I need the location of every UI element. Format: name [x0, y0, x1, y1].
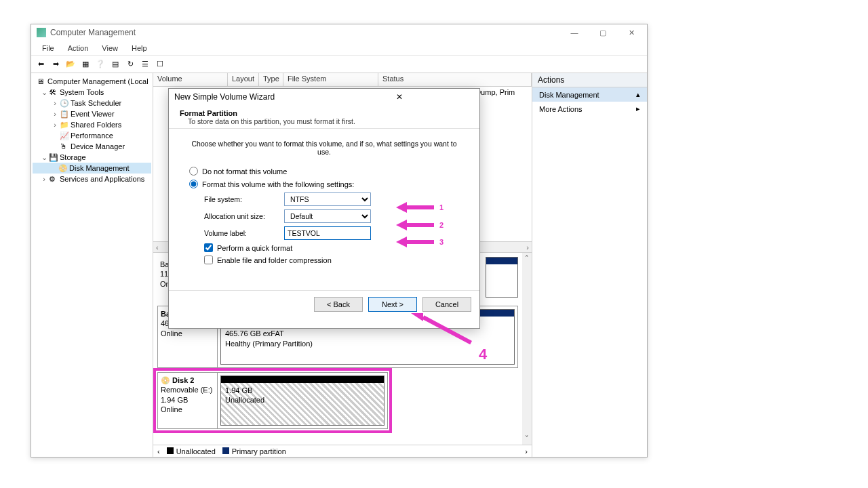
- tree-perf[interactable]: Performance: [71, 131, 113, 140]
- actions-diskmgmt[interactable]: Disk Management▴: [532, 87, 647, 102]
- chevron-up-icon[interactable]: ˄: [525, 254, 529, 263]
- show-hide-icon[interactable]: ▦: [79, 58, 92, 71]
- expand-icon[interactable]: ›: [52, 99, 58, 107]
- actions-header: Actions: [532, 73, 647, 87]
- vscroll[interactable]: ˄˅: [522, 253, 532, 445]
- back-button[interactable]: < Back: [314, 297, 363, 312]
- help-icon[interactable]: ❔: [94, 58, 107, 71]
- collapse-icon[interactable]: ⌄: [41, 88, 47, 97]
- close-button[interactable]: ✕: [621, 26, 642, 39]
- perf-icon: 📈: [60, 131, 69, 140]
- chk-quick-format-label[interactable]: Perform a quick format: [217, 244, 292, 252]
- chk-quick-format[interactable]: [204, 243, 213, 252]
- au-select[interactable]: Default: [284, 209, 371, 223]
- dialog-subtitle: To store data on this partition, you mus…: [180, 117, 469, 125]
- services-icon: ⚙: [49, 175, 58, 184]
- radio-no-format[interactable]: [189, 167, 198, 176]
- dialog-heading: Format Partition: [180, 109, 237, 117]
- tree-shared[interactable]: Shared Folders: [71, 121, 121, 129]
- annotation-label-4: 4: [479, 346, 487, 363]
- minimize-button[interactable]: —: [564, 26, 585, 39]
- up-icon[interactable]: 📂: [64, 58, 77, 71]
- tools-icon: 🛠: [49, 88, 58, 96]
- chevron-left-icon[interactable]: ‹: [156, 243, 159, 251]
- back-icon[interactable]: ⬅: [34, 58, 47, 71]
- menubar: File Action View Help: [31, 41, 647, 56]
- disk2-row[interactable]: 📀 Disk 2 Removable (E:) 1.94 GB Online 1…: [157, 372, 388, 429]
- cancel-button[interactable]: Cancel: [422, 297, 471, 312]
- vl-input[interactable]: [284, 226, 371, 240]
- chevron-up-icon: ▴: [636, 90, 640, 99]
- dialog-title: New Simple Volume Wizard: [174, 92, 324, 102]
- col-fs[interactable]: File System: [283, 73, 378, 86]
- radio-format[interactable]: [189, 180, 198, 188]
- storage-icon: 💾: [49, 153, 58, 162]
- chevron-right-icon[interactable]: ›: [526, 243, 529, 251]
- close-icon[interactable]: ✕: [324, 92, 474, 102]
- tree-storage[interactable]: Storage: [60, 153, 86, 161]
- actions-more[interactable]: More Actions▸: [532, 102, 647, 116]
- vol-status: Unallocated: [225, 395, 380, 405]
- chk-compression[interactable]: [204, 256, 213, 264]
- menu-file[interactable]: File: [35, 43, 61, 54]
- vol-size: 1.94 GB: [225, 386, 380, 395]
- titlebar: Computer Management — ▢ ✕: [31, 24, 647, 41]
- disk2-volume[interactable]: 1.94 GB Unallocated: [220, 375, 384, 426]
- expand-icon[interactable]: ›: [52, 110, 58, 118]
- col-status[interactable]: Status: [378, 73, 532, 86]
- menu-view[interactable]: View: [95, 43, 125, 54]
- disk2-info: 📀 Disk 2 Removable (E:) 1.94 GB Online: [158, 373, 218, 428]
- expand-icon[interactable]: ›: [41, 175, 47, 183]
- maximize-button[interactable]: ▢: [593, 26, 613, 39]
- hscroll-right[interactable]: ›: [525, 447, 528, 455]
- chevron-right-icon: ▸: [636, 104, 640, 113]
- annotation-arrow-4: [411, 313, 477, 321]
- next-button[interactable]: Next >: [368, 297, 417, 312]
- col-type[interactable]: Type: [259, 73, 283, 86]
- radio-format-label[interactable]: Format this volume with the following se…: [202, 180, 354, 188]
- annotation-arrow-2: 2: [396, 220, 443, 230]
- expand-icon[interactable]: ›: [52, 121, 58, 129]
- fs-select[interactable]: NTFS: [284, 192, 371, 206]
- tree-system[interactable]: System Tools: [60, 88, 104, 96]
- list-icon[interactable]: ☰: [138, 58, 152, 71]
- properties-icon[interactable]: ▤: [108, 58, 122, 71]
- radio-no-format-label[interactable]: Do not format this volume: [202, 167, 287, 176]
- refresh-icon[interactable]: ↻: [123, 58, 137, 71]
- toolbar: ⬅ ➡ 📂 ▦ ❔ ▤ ↻ ☰ ☐: [31, 56, 647, 73]
- chevron-down-icon[interactable]: ˅: [525, 434, 529, 443]
- dialog-instruction: Choose whether you want to format this v…: [189, 140, 459, 156]
- legend: ‹ Unallocated Primary partition ›: [153, 445, 532, 457]
- forward-icon[interactable]: ➡: [49, 58, 62, 71]
- event-icon: 📋: [60, 110, 69, 119]
- nav-tree: 🖥Computer Management (Local ⌄🛠System Too…: [31, 73, 153, 457]
- col-volume[interactable]: Volume: [153, 73, 228, 86]
- tree-device[interactable]: Device Manager: [71, 142, 125, 150]
- hscroll-left[interactable]: ‹: [157, 447, 160, 455]
- volume-cap: [221, 376, 384, 383]
- device-icon: 🖱: [60, 142, 69, 150]
- detail-icon[interactable]: ☐: [153, 58, 167, 71]
- disk-icon: 📀: [58, 164, 68, 173]
- actions-pane: Actions Disk Management▴ More Actions▸: [532, 73, 647, 457]
- tree-task[interactable]: Task Scheduler: [71, 99, 121, 107]
- menu-help[interactable]: Help: [125, 43, 154, 54]
- annotation-arrow-3: 3: [396, 237, 443, 247]
- app-icon: [37, 28, 46, 37]
- tree-services[interactable]: Services and Applications: [60, 175, 144, 183]
- tree-diskmgmt[interactable]: Disk Management: [69, 164, 130, 172]
- window-title: Computer Management: [50, 28, 564, 37]
- annotation-arrow-1: 1: [396, 202, 443, 213]
- chk-compression-label[interactable]: Enable file and folder compression: [217, 256, 332, 264]
- collapse-icon[interactable]: ⌄: [41, 153, 47, 162]
- volume-list-header: Volume Layout Type File System Status: [153, 73, 532, 87]
- menu-action[interactable]: Action: [61, 43, 96, 54]
- col-layout[interactable]: Layout: [228, 73, 259, 86]
- swatch-unallocated: [167, 447, 174, 454]
- vol-size: 465.76 GB exFAT: [225, 329, 510, 338]
- tree-event[interactable]: Event Viewer: [71, 110, 115, 118]
- tree-root[interactable]: Computer Management (Local: [47, 77, 149, 85]
- swatch-primary: [222, 447, 229, 454]
- vl-label: Volume label:: [204, 229, 279, 237]
- folder-icon: 📁: [60, 121, 69, 129]
